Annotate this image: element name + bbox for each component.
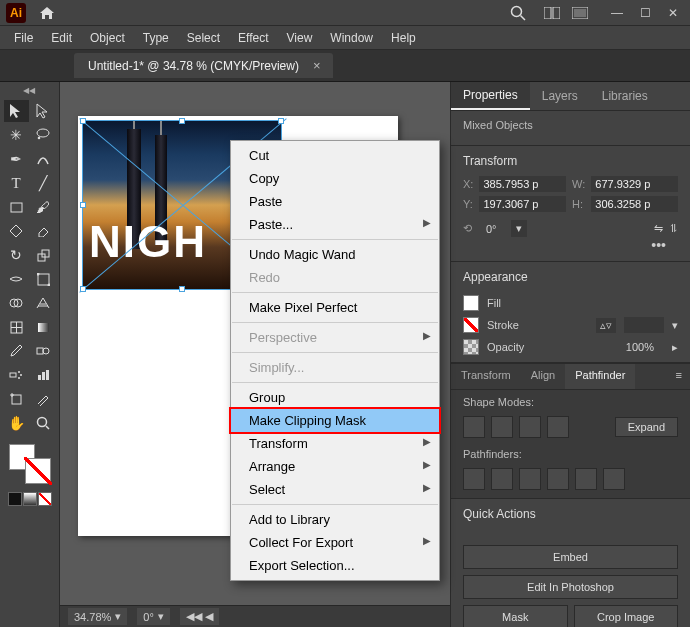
- menu-file[interactable]: File: [6, 28, 41, 48]
- intersect-button[interactable]: [519, 416, 541, 438]
- shaper-tool[interactable]: [4, 220, 29, 242]
- transform-h[interactable]: 306.3258 p: [591, 196, 678, 212]
- direct-selection-tool[interactable]: [31, 100, 56, 122]
- opacity-dropdown-icon[interactable]: ▸: [672, 341, 678, 354]
- rotate-tool[interactable]: ↻: [4, 244, 29, 266]
- zoom-tool[interactable]: [31, 412, 56, 434]
- more-options-icon[interactable]: •••: [463, 237, 678, 253]
- tab-libraries[interactable]: Libraries: [590, 83, 660, 109]
- minus-back-button[interactable]: [603, 468, 625, 490]
- cm-select[interactable]: Select▶: [231, 478, 439, 501]
- rectangle-tool[interactable]: [4, 196, 29, 218]
- exclude-button[interactable]: [547, 416, 569, 438]
- unite-button[interactable]: [463, 416, 485, 438]
- menu-view[interactable]: View: [279, 28, 321, 48]
- lasso-tool[interactable]: [31, 124, 56, 146]
- menu-effect[interactable]: Effect: [230, 28, 276, 48]
- perspective-grid-tool[interactable]: [31, 292, 56, 314]
- cm-paste[interactable]: Paste: [231, 190, 439, 213]
- selection-tool[interactable]: [4, 100, 29, 122]
- chevron-down-icon[interactable]: ▾: [158, 610, 164, 623]
- cm-paste-sub[interactable]: Paste...▶: [231, 213, 439, 236]
- close-tab-icon[interactable]: ×: [313, 58, 321, 73]
- minus-front-button[interactable]: [491, 416, 513, 438]
- transform-w[interactable]: 677.9329 p: [591, 176, 678, 192]
- opacity-value[interactable]: 100%: [616, 339, 664, 355]
- merge-button[interactable]: [519, 468, 541, 490]
- workspace-icon[interactable]: [572, 7, 588, 19]
- free-transform-tool[interactable]: [31, 268, 56, 290]
- cm-arrange[interactable]: Arrange▶: [231, 455, 439, 478]
- hand-tool[interactable]: ✋: [4, 412, 29, 434]
- document-tab[interactable]: Untitled-1* @ 34.78 % (CMYK/Preview) ×: [74, 53, 333, 78]
- artboard-tool[interactable]: [4, 388, 29, 410]
- menu-window[interactable]: Window: [322, 28, 381, 48]
- transform-x[interactable]: 385.7953 p: [479, 176, 566, 192]
- transform-angle[interactable]: 0°: [478, 221, 505, 237]
- tab-transform[interactable]: Transform: [451, 364, 521, 389]
- divide-button[interactable]: [463, 468, 485, 490]
- tab-pathfinder[interactable]: Pathfinder: [565, 364, 635, 389]
- cm-pixel-perfect[interactable]: Make Pixel Perfect: [231, 296, 439, 319]
- tab-properties[interactable]: Properties: [451, 82, 530, 110]
- maximize-button[interactable]: ☐: [634, 5, 656, 21]
- panel-collapse-icon[interactable]: ◀◀: [23, 86, 37, 96]
- zoom-level[interactable]: 34.78% ▾: [68, 608, 127, 625]
- crop-image-button[interactable]: Crop Image: [574, 605, 679, 627]
- flip-horizontal-icon[interactable]: ⇋: [654, 222, 663, 235]
- menu-help[interactable]: Help: [383, 28, 424, 48]
- menu-select[interactable]: Select: [179, 28, 228, 48]
- pen-tool[interactable]: ✒: [4, 148, 29, 170]
- crop-button[interactable]: [547, 468, 569, 490]
- color-mode-swatches[interactable]: [8, 492, 52, 506]
- slice-tool[interactable]: [31, 388, 56, 410]
- flip-vertical-icon[interactable]: ⥮: [669, 222, 678, 235]
- trim-button[interactable]: [491, 468, 513, 490]
- fill-swatch-prop[interactable]: [463, 295, 479, 311]
- chevron-down-icon[interactable]: ▾: [115, 610, 121, 623]
- cm-group[interactable]: Group: [231, 386, 439, 409]
- cm-add-library[interactable]: Add to Library: [231, 508, 439, 531]
- outline-button[interactable]: [575, 468, 597, 490]
- view-rotation[interactable]: 0° ▾: [137, 608, 170, 625]
- symbol-sprayer-tool[interactable]: [4, 364, 29, 386]
- width-tool[interactable]: [4, 268, 29, 290]
- stroke-weight-dropdown[interactable]: ▾: [672, 319, 678, 332]
- cm-copy[interactable]: Copy: [231, 167, 439, 190]
- gradient-tool[interactable]: [31, 316, 56, 338]
- cm-export-selection[interactable]: Export Selection...: [231, 554, 439, 577]
- eyedropper-tool[interactable]: [4, 340, 29, 362]
- curvature-tool[interactable]: [31, 148, 56, 170]
- search-icon[interactable]: [510, 5, 526, 21]
- stroke-weight-stepper[interactable]: ▵▿: [596, 318, 616, 333]
- tab-align[interactable]: Align: [521, 364, 565, 389]
- eraser-tool[interactable]: [31, 220, 56, 242]
- angle-dropdown-icon[interactable]: ▾: [511, 220, 527, 237]
- panel-menu-icon[interactable]: ≡: [668, 364, 690, 389]
- menu-type[interactable]: Type: [135, 28, 177, 48]
- artboard-nav[interactable]: ◀◀ ◀: [180, 608, 219, 625]
- expand-button[interactable]: Expand: [615, 417, 678, 437]
- scale-tool[interactable]: [31, 244, 56, 266]
- fill-stroke-swatches[interactable]: [9, 444, 51, 484]
- home-icon[interactable]: [36, 4, 58, 22]
- edit-photoshop-button[interactable]: Edit In Photoshop: [463, 575, 678, 599]
- minimize-button[interactable]: —: [606, 5, 628, 21]
- magic-wand-tool[interactable]: ✳: [4, 124, 29, 146]
- transform-y[interactable]: 197.3067 p: [479, 196, 566, 212]
- cm-undo[interactable]: Undo Magic Wand: [231, 243, 439, 266]
- blend-tool[interactable]: [31, 340, 56, 362]
- arrange-docs-icon[interactable]: [544, 7, 560, 19]
- cm-collect-export[interactable]: Collect For Export▶: [231, 531, 439, 554]
- stroke-swatch-prop[interactable]: [463, 317, 479, 333]
- stroke-swatch[interactable]: [25, 458, 51, 484]
- menu-edit[interactable]: Edit: [43, 28, 80, 48]
- close-button[interactable]: ✕: [662, 5, 684, 21]
- shape-builder-tool[interactable]: [4, 292, 29, 314]
- embed-button[interactable]: Embed: [463, 545, 678, 569]
- mask-button[interactable]: Mask: [463, 605, 568, 627]
- cm-make-clipping-mask[interactable]: Make Clipping Mask: [231, 409, 439, 432]
- tab-layers[interactable]: Layers: [530, 83, 590, 109]
- stroke-weight-field[interactable]: [624, 317, 664, 333]
- paintbrush-tool[interactable]: 🖌: [31, 196, 56, 218]
